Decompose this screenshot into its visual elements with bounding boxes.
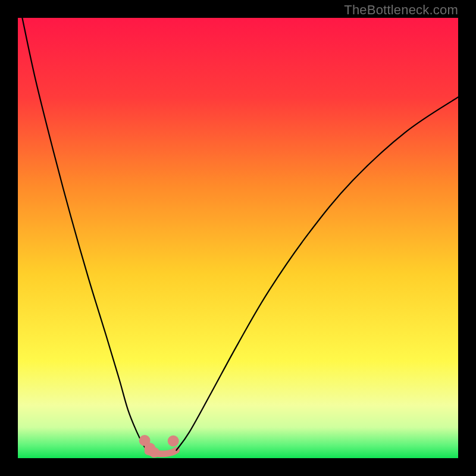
plot-area [18, 18, 458, 458]
curve-layer [18, 18, 458, 458]
chart-frame: TheBottleneck.com [0, 0, 476, 476]
curve-marker [149, 447, 159, 458]
curve-marker [168, 436, 179, 447]
curve-right [176, 97, 458, 450]
curve-left [22, 18, 148, 452]
watermark-text: TheBottleneck.com [344, 2, 458, 18]
